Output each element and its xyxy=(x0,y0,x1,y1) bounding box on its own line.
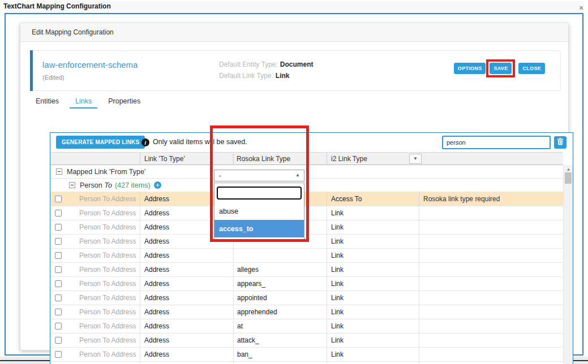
dropdown-option-abuse[interactable]: abuse xyxy=(214,203,304,219)
row-checkbox[interactable] xyxy=(55,337,62,344)
default-type-value: Link xyxy=(276,72,290,80)
group-label: Person xyxy=(80,181,102,189)
schema-defaults: Default Entity Type:DocumentDefault Link… xyxy=(219,59,314,81)
column-divider xyxy=(140,153,140,165)
row-rosoka-link-type[interactable]: attack_ xyxy=(237,336,259,344)
table-scrollbar[interactable]: ▲ ▼ xyxy=(563,165,573,364)
card-title: Edit Mapping Configuration xyxy=(20,23,568,42)
row-to-type: Address xyxy=(144,280,169,288)
default-type-line: Default Link Type:Link xyxy=(219,70,314,81)
row-to-type: Address xyxy=(144,237,169,245)
row-link-name: Person To Address xyxy=(79,266,136,274)
row-i2-link-type[interactable]: Link xyxy=(331,237,344,245)
row-link-name: Person To Address xyxy=(79,237,136,245)
row-i2-link-type[interactable]: Link xyxy=(331,252,344,259)
row-i2-link-type[interactable]: Link xyxy=(331,223,344,231)
row-link-name: Person To Address xyxy=(79,223,136,231)
table-row: Person To AddressAddressallegesLink xyxy=(50,263,563,277)
row-i2-link-type[interactable]: Link xyxy=(331,294,344,302)
generate-mapped-links-button[interactable]: GENERATE MAPPED LINKS xyxy=(56,136,145,149)
group-row-person-to: Person To (427 items) xyxy=(50,179,563,192)
close-button[interactable]: CLOSE xyxy=(518,63,545,74)
row-checkbox[interactable] xyxy=(55,196,62,202)
scroll-up-icon[interactable]: ▲ xyxy=(564,167,573,172)
links-table: GENERATE MAPPED LINKS i Only valid items… xyxy=(50,132,573,364)
row-i2-link-type[interactable]: Link xyxy=(331,308,344,316)
save-button[interactable]: SAVE xyxy=(490,63,512,74)
row-i2-link-type[interactable]: Link xyxy=(331,266,344,274)
table-row: Person To AddressAddressLink xyxy=(50,206,563,220)
row-rosoka-link-type[interactable]: appears_ xyxy=(237,280,265,288)
column-divider xyxy=(140,192,140,364)
items-count: (427 items) xyxy=(115,181,151,189)
row-i2-link-type[interactable]: Link xyxy=(331,209,344,217)
default-type-label: Default Link Type: xyxy=(219,72,273,80)
row-checkbox[interactable] xyxy=(55,252,62,259)
row-checkbox[interactable] xyxy=(55,224,62,231)
row-i2-link-type[interactable]: Link xyxy=(331,280,344,288)
tab-entities[interactable]: Entities xyxy=(30,96,65,109)
row-checkbox[interactable] xyxy=(55,266,62,273)
table-header-row: Link 'To Type' Rosoka Link Type i2 Link … xyxy=(50,152,563,165)
row-checkbox[interactable] xyxy=(55,323,62,330)
dropdown-search-input[interactable] xyxy=(217,187,302,200)
group-label-italic: To xyxy=(105,181,112,189)
scrollbar-thumb[interactable] xyxy=(565,172,572,184)
table-row: Person To AddressAddressLink xyxy=(50,235,563,249)
close-icon[interactable]: × xyxy=(577,3,586,12)
row-link-name: Person To Address xyxy=(79,294,136,302)
collapse-icon[interactable] xyxy=(56,168,62,175)
row-checkbox[interactable] xyxy=(55,294,62,301)
row-to-type: Address xyxy=(144,308,169,316)
table-row: Person To AddressAddressappointedLink xyxy=(50,291,563,305)
row-link-name: Person To Address xyxy=(79,195,136,203)
clear-search-button[interactable] xyxy=(554,136,566,149)
row-i2-link-type[interactable]: Access To xyxy=(331,195,362,203)
row-link-name: Person To Address xyxy=(79,336,136,344)
annotation-box-save: SAVE xyxy=(486,59,515,77)
group-label: Mapped Link 'From Type' xyxy=(67,168,145,176)
table-row: Person To AddressAddressappears_Link xyxy=(50,277,563,291)
collapse-icon[interactable] xyxy=(69,182,75,188)
row-rosoka-link-type[interactable]: at xyxy=(237,322,243,330)
table-row: Person To AddressAddressbattleLink xyxy=(50,362,563,364)
row-rosoka-link-type[interactable]: apprehended xyxy=(237,308,277,316)
table-row: Person To AddressAddressLink xyxy=(50,220,563,235)
row-link-name: Person To Address xyxy=(79,252,136,259)
row-checkbox[interactable] xyxy=(55,210,62,216)
row-rosoka-link-type[interactable]: ban_ xyxy=(237,350,252,358)
row-checkbox[interactable] xyxy=(55,309,62,315)
column-header-rosoka-link-type[interactable]: Rosoka Link Type xyxy=(237,155,290,163)
tab-links[interactable]: Links xyxy=(70,96,97,109)
add-icon[interactable] xyxy=(154,181,161,189)
trash-icon xyxy=(557,138,564,147)
row-link-name: Person To Address xyxy=(79,308,136,316)
row-i2-link-type[interactable]: Link xyxy=(331,336,344,344)
row-checkbox[interactable] xyxy=(55,351,62,358)
row-link-name: Person To Address xyxy=(79,350,136,358)
info-icon: i xyxy=(141,138,149,146)
row-checkbox[interactable] xyxy=(55,238,62,245)
row-i2-link-type[interactable]: Link xyxy=(331,350,344,358)
schema-panel: law-enforcement-schema (Edited) Default … xyxy=(30,50,561,91)
modal-title: TextChart Mapping Configuration xyxy=(3,2,111,10)
row-link-name: Person To Address xyxy=(79,322,136,330)
table-rows: Mapped Link 'From Type' Person To (427 i… xyxy=(50,165,563,364)
i2-column-filter-button[interactable]: ▼ xyxy=(409,154,422,164)
select-value: - xyxy=(219,172,221,180)
row-to-type: Address xyxy=(144,209,169,217)
row-rosoka-link-type[interactable]: alleges xyxy=(237,266,259,274)
tab-properties[interactable]: Properties xyxy=(102,96,146,109)
column-header-link-to-type[interactable]: Link 'To Type' xyxy=(144,155,185,163)
column-header-i2-link-type[interactable]: i2 Link Type xyxy=(331,155,367,163)
row-checkbox[interactable] xyxy=(55,280,62,287)
search-input[interactable] xyxy=(442,136,551,149)
row-i2-link-type[interactable]: Link xyxy=(331,322,344,330)
options-button[interactable]: OPTIONS xyxy=(454,63,486,74)
schema-name: law-enforcement-schema xyxy=(42,60,138,70)
dropdown-option-access_to[interactable]: access_to xyxy=(214,220,304,237)
row-rosoka-link-type[interactable]: appointed xyxy=(237,294,267,302)
rosoka-link-type-select[interactable]: - ▲ xyxy=(214,170,304,181)
row-to-type: Address xyxy=(144,336,169,344)
row-to-type: Address xyxy=(144,195,169,203)
